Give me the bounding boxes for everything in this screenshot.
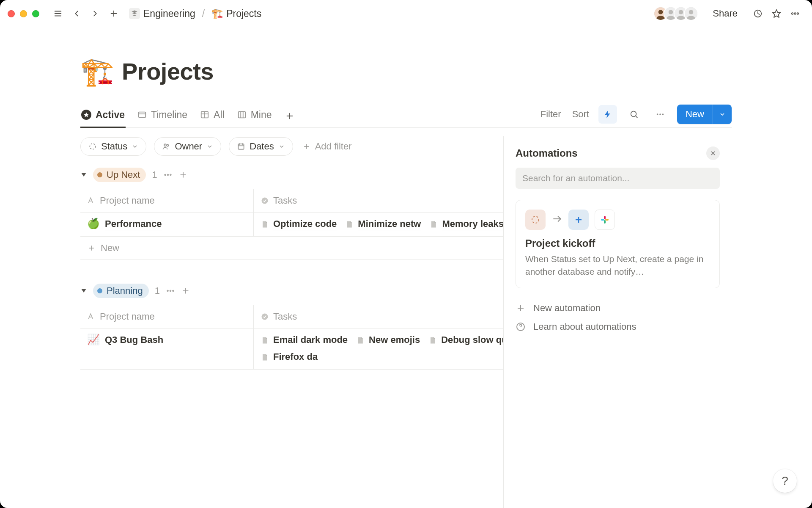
automation-search-input[interactable]	[516, 168, 720, 189]
task-chip[interactable]: Email dark mode	[261, 334, 348, 346]
svg-marker-14	[773, 10, 780, 17]
tab-mine[interactable]: Mine	[236, 105, 273, 128]
help-button[interactable]: ?	[773, 469, 797, 493]
chip-label: Status	[101, 141, 127, 152]
more-icon[interactable]	[787, 6, 803, 21]
view-more-icon[interactable]	[651, 105, 669, 124]
close-icon[interactable]	[706, 146, 720, 160]
automation-card[interactable]: Project kickoff When Status set to Up Ne…	[516, 200, 720, 288]
plus-icon	[87, 244, 96, 252]
status-label: Up Next	[107, 169, 140, 180]
task-label: Email dark mode	[273, 334, 348, 346]
window-controls	[8, 10, 39, 17]
arrow-right-icon	[551, 213, 562, 226]
svg-rect-24	[238, 112, 245, 118]
task-chip[interactable]: Memory leaks	[429, 218, 504, 230]
clock-icon[interactable]	[750, 6, 765, 21]
svg-point-32	[659, 113, 661, 115]
close-window-icon[interactable]	[8, 10, 15, 17]
page-title[interactable]: Projects	[122, 58, 214, 85]
svg-rect-19	[139, 112, 146, 118]
svg-point-16	[794, 13, 796, 14]
status-pill[interactable]: Up Next	[93, 168, 146, 182]
page-emoji-icon[interactable]: 🏗️	[80, 58, 114, 85]
svg-point-58	[262, 314, 268, 320]
share-button[interactable]: Share	[709, 6, 741, 21]
task-chip[interactable]: New emojis	[356, 334, 420, 346]
sort-button[interactable]: Sort	[571, 106, 591, 122]
avatar	[684, 6, 698, 21]
svg-rect-67	[605, 219, 609, 221]
learn-automations-link[interactable]: Learn about automations	[516, 321, 720, 332]
filter-chip-dates[interactable]: Dates	[229, 137, 293, 156]
automation-card-title: Project kickoff	[525, 237, 710, 249]
tab-timeline[interactable]: Timeline	[137, 105, 188, 128]
tab-all[interactable]: All	[199, 105, 225, 128]
svg-rect-65	[604, 216, 606, 219]
svg-rect-68	[604, 220, 606, 224]
task-label: Firefox da	[273, 351, 318, 363]
plus-icon	[516, 303, 526, 313]
create-page-icon	[568, 210, 589, 230]
svg-point-61	[532, 216, 539, 223]
tab-active[interactable]: Active	[80, 105, 126, 128]
collaborator-avatars[interactable]	[653, 6, 698, 21]
task-chip[interactable]: Minimize netw	[345, 218, 421, 230]
svg-marker-52	[82, 289, 86, 293]
automations-icon[interactable]	[598, 105, 617, 124]
people-icon	[162, 142, 170, 151]
svg-point-10	[679, 10, 683, 14]
new-tab-icon[interactable]	[106, 6, 121, 21]
add-view-icon[interactable]	[284, 110, 296, 122]
group-more-icon[interactable]	[163, 170, 173, 179]
filter-button[interactable]: Filter	[539, 106, 563, 122]
view-tools: Filter Sort New	[539, 105, 732, 127]
svg-point-35	[164, 144, 166, 146]
hamburger-icon[interactable]	[50, 6, 66, 21]
star-icon[interactable]	[769, 6, 784, 21]
svg-point-33	[662, 113, 664, 115]
forward-icon[interactable]	[88, 6, 103, 21]
text-icon	[87, 196, 96, 205]
breadcrumb: Engineering / 🏗️ Projects	[126, 6, 264, 21]
new-button-dropdown[interactable]	[713, 105, 732, 124]
tab-label: All	[214, 109, 225, 121]
column-header-name[interactable]: Project name	[80, 189, 254, 212]
new-button-label[interactable]: New	[677, 105, 713, 124]
filter-chip-status[interactable]: Status	[80, 137, 146, 156]
filter-chip-owner[interactable]: Owner	[154, 137, 221, 156]
row-name: Q3 Bug Bash	[105, 334, 163, 346]
svg-point-55	[172, 290, 174, 292]
row-emoji-icon: 📈	[87, 334, 100, 345]
new-automation-label: New automation	[533, 303, 601, 314]
breadcrumb-parent[interactable]: Engineering	[126, 6, 198, 21]
svg-point-17	[797, 13, 799, 14]
group-add-icon[interactable]	[181, 286, 190, 295]
zoom-window-icon[interactable]	[32, 10, 39, 17]
svg-point-15	[792, 13, 793, 14]
search-icon[interactable]	[625, 105, 643, 124]
column-header-label: Project name	[100, 311, 155, 322]
task-label: Minimize netw	[358, 218, 421, 230]
status-bullet-icon	[97, 172, 102, 177]
new-automation-button[interactable]: New automation	[516, 303, 720, 314]
tab-label: Timeline	[151, 109, 187, 121]
svg-point-8	[669, 10, 673, 14]
toggle-icon[interactable]	[80, 287, 87, 294]
back-icon[interactable]	[69, 6, 84, 21]
svg-point-54	[170, 290, 171, 292]
task-chip[interactable]: Firefox da	[261, 351, 318, 363]
add-filter-button[interactable]: Add filter	[301, 138, 354, 155]
minimize-window-icon[interactable]	[20, 10, 27, 17]
svg-point-12	[689, 10, 694, 14]
status-pill[interactable]: Planning	[93, 284, 149, 298]
svg-rect-37	[239, 144, 244, 149]
group-add-icon[interactable]	[178, 170, 188, 179]
column-header-name[interactable]: Project name	[80, 305, 254, 328]
status-trigger-icon	[525, 210, 546, 230]
automation-card-desc: When Status set to Up Next, create a pag…	[525, 253, 710, 279]
group-more-icon[interactable]	[166, 286, 175, 295]
toggle-icon[interactable]	[80, 171, 87, 178]
breadcrumb-page[interactable]: 🏗️ Projects	[209, 6, 264, 21]
task-chip[interactable]: Optimize code	[261, 218, 337, 230]
